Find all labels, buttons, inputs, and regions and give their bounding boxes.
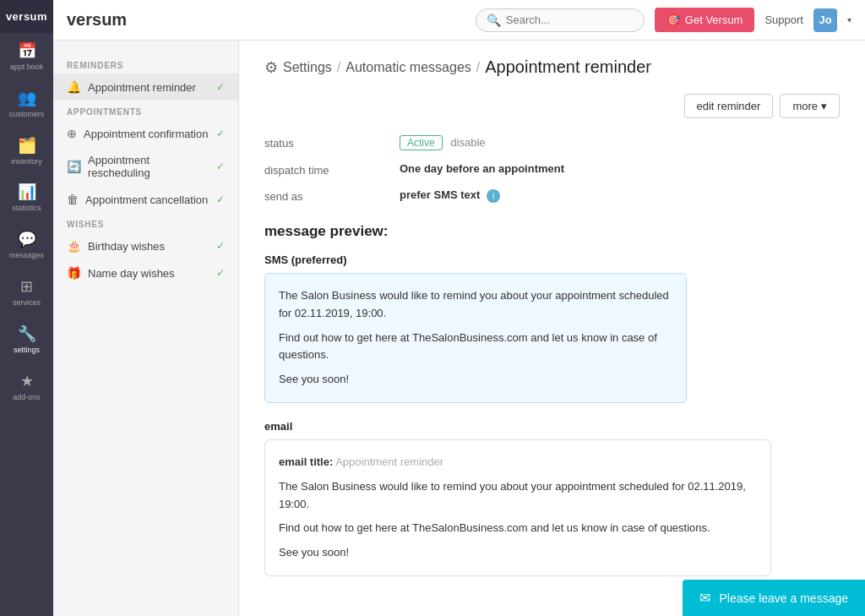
sidebar-label-appt-reminder: Appointment reminder <box>88 81 196 94</box>
sidebar-item-appt-reminder[interactable]: 🔔 Appointment reminder ✓ <box>53 74 238 101</box>
nav-label-statistics: statistics <box>12 204 41 213</box>
sms-paragraph-3: See you soon! <box>279 371 672 389</box>
sidebar-section-appointments: APPOINTMENTS <box>53 101 238 120</box>
content-area: REMINDERS 🔔 Appointment reminder ✓ APPOI… <box>53 41 865 616</box>
check-icon-confirmation: ✓ <box>216 128 225 139</box>
check-icon-cancellation: ✓ <box>216 194 225 205</box>
main-content: ⚙ Settings / Automatic messages / Appoin… <box>239 41 865 616</box>
breadcrumb-sep-1: / <box>337 60 340 75</box>
email-title-line: email title: Appointment reminder <box>279 454 757 472</box>
nav-label-inventory: inventory <box>11 157 42 166</box>
rescheduling-icon: 🔄 <box>67 160 81 173</box>
nav-label-add-ons: add-ons <box>13 393 41 402</box>
action-bar: edit reminder more ▾ <box>264 94 840 118</box>
message-preview-title: message preview: <box>264 223 840 240</box>
nav-label-messages: messages <box>9 251 44 260</box>
chevron-down-icon[interactable]: ▾ <box>847 15 851 25</box>
services-icon: ⊞ <box>20 277 33 296</box>
info-table: status Active disable dispatch time One … <box>264 135 840 203</box>
reminder-icon: 🔔 <box>67 80 81 94</box>
customers-icon: 👥 <box>18 89 36 107</box>
settings-icon: 🔧 <box>18 324 36 343</box>
sidebar-label-appt-confirmation: Appointment confirmation <box>84 128 208 140</box>
breadcrumb-automatic-messages[interactable]: Automatic messages <box>345 60 471 75</box>
breadcrumb-current: Appointment reminder <box>485 57 651 77</box>
nav-label-appt-book: appt book <box>10 63 44 72</box>
support-link[interactable]: Support <box>764 14 803 26</box>
sidebar-item-appt-rescheduling[interactable]: 🔄 Appointment rescheduling ✓ <box>53 147 238 186</box>
email-paragraph-2: Find out how to get here at TheSalonBusi… <box>279 520 757 537</box>
nav-item-settings[interactable]: 🔧 settings <box>0 316 53 363</box>
check-icon-birthday: ✓ <box>216 240 225 252</box>
chat-icon: ✉ <box>699 590 710 606</box>
left-navigation: versum 📅 appt book 👥 customers 🗂️ invent… <box>0 0 53 616</box>
nav-item-messages[interactable]: 💬 messages <box>0 221 53 269</box>
inventory-icon: 🗂️ <box>18 136 36 155</box>
nav-item-appt-book[interactable]: 📅 appt book <box>0 33 53 80</box>
status-label: status <box>264 135 400 150</box>
confirmation-icon: ⊕ <box>67 127 77 140</box>
nav-item-inventory[interactable]: 🗂️ inventory <box>0 128 53 175</box>
status-active-badge: Active <box>400 135 443 150</box>
sidebar-item-appt-confirmation[interactable]: ⊕ Appointment confirmation ✓ <box>53 120 238 147</box>
sidebar-label-nameday-wishes: Name day wishes <box>88 267 175 280</box>
sms-label: SMS (preferred) <box>264 253 840 266</box>
dispatch-time-label: dispatch time <box>264 162 400 177</box>
dispatch-time-value: One day before an appointment <box>400 162 840 177</box>
edit-reminder-button[interactable]: edit reminder <box>684 94 774 118</box>
email-title-value: Appointment reminder <box>335 455 443 468</box>
nav-label-customers: customers <box>9 110 45 119</box>
nav-item-customers[interactable]: 👥 customers <box>0 80 53 128</box>
more-label: more <box>792 100 818 112</box>
sidebar-label-appt-cancellation: Appointment cancellation <box>85 194 208 206</box>
get-versum-button[interactable]: 🎯 Get Versum <box>655 8 755 32</box>
add-ons-icon: ★ <box>20 372 34 390</box>
more-chevron-icon: ▾ <box>821 100 827 112</box>
main-area: versum 🔍 🎯 Get Versum Support Jo ▾ REMIN… <box>53 0 865 616</box>
check-icon-reminder: ✓ <box>216 81 225 93</box>
sidebar-item-birthday-wishes[interactable]: 🎂 Birthday wishes ✓ <box>53 232 238 259</box>
email-paragraph-3: See you soon! <box>279 544 757 562</box>
search-box[interactable]: 🔍 <box>476 8 645 32</box>
sidebar-section-wishes: WISHES <box>53 213 238 232</box>
birthday-icon: 🎂 <box>67 239 81 253</box>
nav-item-statistics[interactable]: 📊 statistics <box>0 174 53 221</box>
email-title-prefix: email title: <box>279 455 333 468</box>
search-input[interactable] <box>506 14 634 26</box>
sidebar-section-reminders: REMINDERS <box>53 54 238 74</box>
check-icon-rescheduling: ✓ <box>216 161 225 172</box>
sidebar: REMINDERS 🔔 Appointment reminder ✓ APPOI… <box>53 41 239 616</box>
email-preview-box: email title: Appointment reminder The Sa… <box>264 439 771 576</box>
sms-paragraph-2: Find out how to get here at TheSalonBusi… <box>279 330 672 365</box>
breadcrumb-settings[interactable]: Settings <box>283 60 332 75</box>
chat-button[interactable]: ✉ Please leave a message <box>683 580 865 616</box>
more-button[interactable]: more ▾ <box>780 94 840 118</box>
info-icon[interactable]: i <box>487 189 500 203</box>
sidebar-label-birthday-wishes: Birthday wishes <box>88 240 165 253</box>
disable-link[interactable]: disable <box>450 136 485 149</box>
breadcrumb-sep-2: / <box>476 60 480 75</box>
nav-label-settings: settings <box>14 346 40 355</box>
send-as-label: send as <box>264 188 400 203</box>
email-label: email <box>264 420 840 433</box>
sidebar-item-nameday-wishes[interactable]: 🎁 Name day wishes ✓ <box>53 259 238 286</box>
search-icon: 🔍 <box>487 14 501 27</box>
top-logo: versum <box>67 10 127 30</box>
sidebar-label-appt-rescheduling: Appointment rescheduling <box>88 154 209 179</box>
nav-label-services: services <box>13 298 41 308</box>
user-avatar[interactable]: Jo <box>813 8 837 32</box>
nav-item-add-ons[interactable]: ★ add-ons <box>0 363 53 411</box>
app-logo: versum <box>0 0 53 33</box>
messages-icon: 💬 <box>18 230 36 248</box>
versum-icon: 🎯 <box>666 14 680 26</box>
check-icon-nameday: ✓ <box>216 267 225 279</box>
sidebar-item-appt-cancellation[interactable]: 🗑 Appointment cancellation ✓ <box>53 186 238 213</box>
chat-label: Please leave a message <box>719 591 848 605</box>
send-as-text: prefer SMS text <box>400 188 480 201</box>
sms-paragraph-1: The Salon Business would like to remind … <box>279 287 672 323</box>
statistics-icon: 📊 <box>18 183 36 201</box>
status-value: Active disable <box>400 135 840 150</box>
send-as-value: prefer SMS text i <box>400 188 840 203</box>
nameday-icon: 🎁 <box>67 266 81 280</box>
nav-item-services[interactable]: ⊞ services <box>0 269 53 316</box>
